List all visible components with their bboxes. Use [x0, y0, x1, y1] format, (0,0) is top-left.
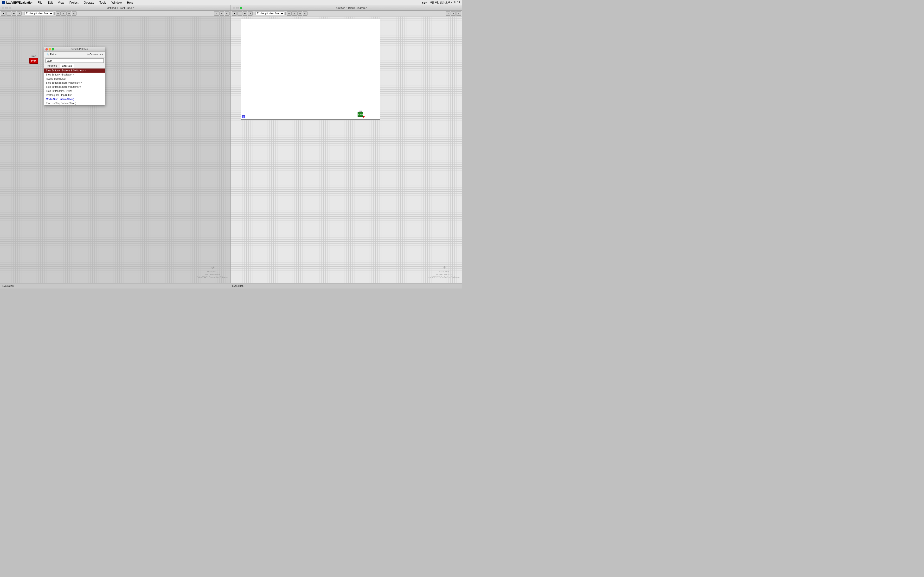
result-item-4[interactable]: Stop Button (Silver) <<Buttons>> [44, 85, 105, 89]
menu-file[interactable]: File [37, 1, 43, 4]
result-item-7[interactable]: Media Stop Button (Silver) [44, 97, 105, 101]
diagram-inner-area: stop STOP i [241, 19, 380, 120]
snap-button[interactable]: ⊙ [225, 11, 229, 16]
grid-button[interactable]: # [220, 11, 224, 16]
block-diagram-canvas[interactable]: stop STOP i ✈ NATIONAL INSTRUMENTS [231, 16, 462, 283]
palette-minimize-btn[interactable] [48, 48, 51, 50]
bd-help-button[interactable]: ? [446, 11, 451, 16]
bd-abort-button[interactable]: ■ [242, 11, 247, 16]
bd-run-button[interactable]: ▶ [232, 11, 237, 16]
ni-watermark-left: ✈ NATIONAL INSTRUMENTS LabVIEW™ Evaluati… [197, 265, 228, 279]
taskbar-right-status: Evaluation [232, 285, 244, 287]
bd-maximize-button[interactable] [240, 7, 242, 9]
result-item-3[interactable]: Stop Button (Silver) <<Boolean>> [44, 81, 105, 85]
toolbar-sep-2 [54, 12, 55, 15]
datetime: 8월 6일 (일) 오후 4:24:22 [430, 1, 460, 4]
taskbar-left-status: Evaluation [2, 285, 14, 287]
maximize-button[interactable] [9, 7, 11, 9]
customize-chevron: ▾ [102, 53, 103, 56]
return-label: Return [50, 53, 57, 56]
run-button[interactable]: ▶ [1, 11, 6, 16]
front-panel-canvas[interactable]: stop STOP Search Palettes 🔍 Return [0, 16, 231, 283]
result-item-0[interactable]: Stop Button <<Buttons & Switches>> [44, 69, 105, 73]
ni-watermark-text: NATIONAL INSTRUMENTS LabVIEW™ Evaluation… [197, 271, 228, 279]
close-button[interactable] [2, 7, 4, 9]
result-item-5[interactable]: Stop Button (NXG Style) [44, 89, 105, 93]
help-button[interactable]: ? [214, 11, 219, 16]
bd-close-button[interactable] [233, 7, 235, 9]
taskbar-left: Evaluation [2, 285, 231, 287]
stop-diagram-indicator [363, 116, 365, 118]
palette-close-btn[interactable] [45, 48, 48, 50]
stop-diagram-widget: stop STOP [357, 110, 363, 117]
app-icon [2, 1, 5, 4]
taskbar: Evaluation Evaluation [0, 283, 462, 288]
menu-tools[interactable]: Tools [99, 1, 107, 4]
bd-font-selector[interactable]: 11pt Application Font [255, 11, 284, 15]
front-panel: Untitled 1 Front Panel * ▶ ↺ ■ ⏸ 11pt Ap… [0, 5, 231, 283]
bd-cleanup-button[interactable]: ⊡ [303, 11, 307, 16]
bd-pause-button[interactable]: ⏸ [248, 11, 253, 16]
battery-info: 51% [422, 1, 427, 4]
result-item-8[interactable]: Process Stop Button (Silver) [44, 101, 105, 105]
block-diagram-titlebar: Untitled 1 Block Diagram * [231, 5, 462, 11]
front-panel-titlebar: Untitled 1 Front Panel * [0, 5, 231, 11]
font-selector[interactable]: 11pt Application Font [24, 11, 53, 15]
block-diagram: Untitled 1 Block Diagram * ▶ ↺ ■ ⏸ 11pt … [231, 5, 462, 283]
bd-distribute-button[interactable]: ⊟ [292, 11, 297, 16]
tab-controls[interactable]: Controls [60, 64, 74, 68]
bd-toolbar-sep-1 [254, 12, 254, 15]
minimize-button[interactable] [5, 7, 8, 9]
bd-toolbar-sep-2 [285, 12, 286, 15]
menubar: LabVIEWEvaluation File Edit View Project… [0, 0, 462, 5]
stop-button-widget: stop STOP [29, 55, 38, 64]
block-diagram-title: Untitled 1 Block Diagram * [244, 6, 460, 10]
menu-project[interactable]: Project [69, 1, 79, 4]
palette-dialog-titlebar: Search Palettes [44, 47, 105, 52]
stop-button-visual[interactable]: STOP [29, 58, 38, 64]
bd-resize-button[interactable]: ⊠ [297, 11, 302, 16]
stop-diagram-label: stop [357, 110, 363, 112]
menu-operate[interactable]: Operate [83, 1, 95, 4]
app-name[interactable]: LabVIEWEvaluation [6, 1, 34, 4]
bd-run-continuously-button[interactable]: ↺ [237, 11, 242, 16]
resize-button[interactable]: ⊠ [66, 11, 71, 16]
palette-dialog-title: Search Palettes [55, 48, 104, 50]
palette-dialog: Search Palettes 🔍 Return ⚙ Customize ▾ F [44, 47, 105, 106]
palette-controls: 🔍 Return ⚙ Customize ▾ [44, 52, 105, 58]
front-panel-title: Untitled 1 Front Panel * [13, 6, 229, 10]
align-button[interactable]: ⊞ [56, 11, 61, 16]
taskbar-right: Evaluation [231, 285, 460, 287]
menubar-right: 51% 8월 6일 (일) 오후 4:24:22 [422, 1, 460, 4]
result-item-6[interactable]: Rectangular Stop Button [44, 93, 105, 97]
result-item-1[interactable]: Stop Button <<Boolean>> [44, 73, 105, 77]
abort-button[interactable]: ■ [11, 11, 16, 16]
palette-results: Stop Button <<Buttons & Switches>> Stop … [44, 69, 105, 105]
result-item-2[interactable]: Round Stop Button [44, 77, 105, 81]
bd-grid-button[interactable]: # [451, 11, 456, 16]
traffic-lights [2, 7, 11, 9]
bd-minimize-button[interactable] [236, 7, 239, 9]
block-diagram-traffic-lights [233, 7, 242, 9]
stop-button-label: stop [32, 55, 36, 58]
menu-edit[interactable]: Edit [47, 1, 54, 4]
palette-search-input[interactable] [45, 58, 104, 63]
palette-zoom-btn[interactable] [52, 48, 54, 50]
palette-tabs: Functions Controls [44, 64, 105, 69]
bd-snap-button[interactable]: ⊙ [456, 11, 461, 16]
tab-functions[interactable]: Functions [45, 64, 59, 68]
reorder-button[interactable]: ⊡ [72, 11, 76, 16]
bd-align-button[interactable]: ⊞ [287, 11, 292, 16]
palette-customize-button[interactable]: ⚙ Customize ▾ [86, 53, 104, 56]
ni-watermark-right: ✈ NATIONAL INSTRUMENTS LabVIEW™ Evaluati… [428, 265, 460, 279]
pause-button[interactable]: ⏸ [17, 11, 22, 16]
run-continuously-button[interactable]: ↺ [6, 11, 11, 16]
palette-return-button[interactable]: 🔍 Return [45, 53, 58, 56]
diagram-corner-icon: i [242, 115, 245, 118]
menu-window[interactable]: Window [110, 1, 123, 4]
front-panel-toolbar: ▶ ↺ ■ ⏸ 11pt Application Font ⊞ ⊟ ⊠ ⊡ ? … [0, 11, 231, 16]
main-area: Untitled 1 Front Panel * ▶ ↺ ■ ⏸ 11pt Ap… [0, 5, 462, 283]
menu-help[interactable]: Help [126, 1, 134, 4]
distribute-button[interactable]: ⊟ [61, 11, 66, 16]
menu-view[interactable]: View [57, 1, 65, 4]
